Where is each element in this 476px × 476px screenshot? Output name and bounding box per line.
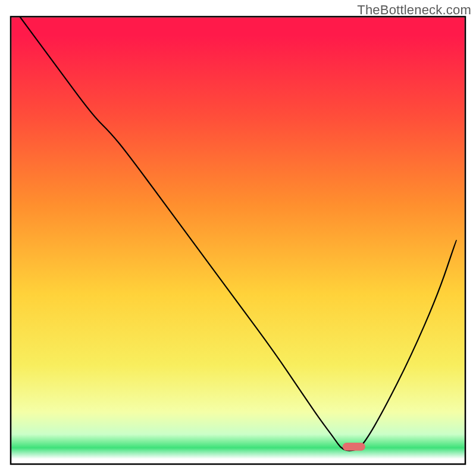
chart-background — [11, 17, 465, 464]
minimum-marker — [343, 443, 365, 451]
watermark-text: TheBottleneck.com — [357, 2, 471, 18]
bottleneck-chart — [0, 0, 476, 476]
chart-container: TheBottleneck.com — [0, 0, 476, 476]
